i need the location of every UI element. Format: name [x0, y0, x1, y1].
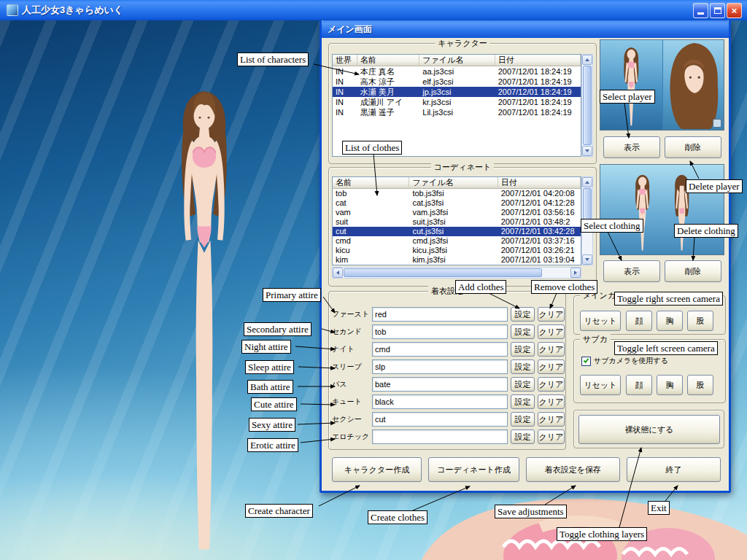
scroll-thumb[interactable] — [344, 268, 542, 277]
exit-button[interactable]: 終了 — [627, 457, 721, 482]
column-header-name[interactable]: 名前 — [333, 177, 409, 189]
character-model — [159, 86, 249, 560]
annotation-toggle-right-camera: Toggle right screen camera — [614, 292, 723, 306]
clear-button[interactable]: クリア — [538, 324, 565, 339]
clear-button[interactable]: クリア — [538, 377, 565, 392]
maximize-button[interactable] — [710, 3, 725, 18]
coordinate-row[interactable]: suit suit.js3fsi 2007/12/01 03:48:2 — [333, 217, 581, 227]
annotation-sleep-attire: Sleep attire — [245, 360, 294, 374]
slot-input-sexy[interactable] — [372, 412, 508, 427]
coordinate-row-selected[interactable]: cut cut.js3fsi 2007/12/01 03:42:28 — [333, 227, 581, 236]
cell-world: IN — [333, 97, 357, 107]
main-camera-face-button[interactable]: 顔 — [626, 311, 652, 331]
cell-date: 2007/12/01 18:24:19 — [495, 107, 581, 117]
cell-date: 2007/12/01 03:42:28 — [498, 227, 581, 236]
character-row-selected[interactable]: IN 水瀬 美月 jp.js3csi 2007/12/01 18:24:19 — [333, 87, 581, 97]
show-player-button[interactable]: 表示 — [603, 136, 660, 158]
slot-input-erotic[interactable] — [372, 429, 508, 444]
column-header-date[interactable]: 日付 — [495, 55, 581, 66]
coordinate-row[interactable]: kim kim.js3fsi 2007/12/01 03:19:04 — [333, 255, 581, 265]
character-row[interactable]: IN 本庄 真名 aa.js3csi 2007/12/01 18:24:19 — [333, 66, 581, 77]
slot-input-night[interactable] — [372, 342, 508, 357]
character-row[interactable]: IN 成瀬川 アイ kr.js3csi 2007/12/01 18:24:19 — [333, 97, 581, 107]
main-camera-reset-button[interactable]: リセット — [580, 311, 621, 331]
set-button[interactable]: 設定 — [511, 394, 535, 409]
column-header-world[interactable]: 世界 — [333, 55, 357, 66]
scroll-up-icon[interactable] — [582, 55, 592, 65]
close-button[interactable]: × — [727, 3, 742, 18]
set-button[interactable]: 設定 — [511, 307, 535, 322]
naked-state-button[interactable]: 裸状態にする — [578, 415, 720, 444]
app-window: 人工少女3きゃらめいく × メイン画面 キャラクター 世界 名前 ファイル名 日… — [0, 0, 747, 560]
coordinate-row[interactable]: cmd cmd.js3fsi 2007/12/01 03:37:16 — [333, 236, 581, 246]
dialog-titlebar[interactable]: メイン画面 — [322, 20, 729, 38]
sub-camera-crotch-button[interactable]: 股 — [687, 375, 713, 395]
create-coordinate-button[interactable]: コーディネート作成 — [428, 457, 519, 482]
scroll-left-icon[interactable] — [333, 268, 343, 278]
dialog-title: メイン画面 — [328, 23, 372, 36]
coordinate-row[interactable]: kicu kicu.js3fsi 2007/12/01 03:26:21 — [333, 246, 581, 255]
annotation-sexy-attire: Sexy attire — [249, 418, 295, 432]
cell-filename: vam.js3fsi — [409, 208, 498, 217]
set-button[interactable]: 設定 — [511, 342, 535, 357]
delete-player-button[interactable]: 削除 — [665, 136, 721, 158]
clear-button[interactable]: クリア — [538, 394, 565, 409]
clear-button[interactable]: クリア — [538, 307, 565, 322]
column-header-filename[interactable]: ファイル名 — [419, 55, 495, 66]
cell-filename: cmd.js3fsi — [409, 236, 498, 246]
clothing-slot-sexy: セクシー 設定 クリア — [332, 412, 565, 427]
main-camera-chest-button[interactable]: 胸 — [657, 311, 683, 331]
annotation-select-player: Select player — [600, 90, 655, 104]
scroll-right-icon[interactable] — [570, 268, 581, 278]
clear-button[interactable]: クリア — [538, 342, 565, 357]
coordinate-row[interactable]: vam vam.js3fsi 2007/12/01 03:56:16 — [333, 208, 581, 217]
annotation-list-of-characters: List of characters — [237, 52, 309, 66]
cell-name: vam — [333, 208, 409, 217]
create-character-button[interactable]: キャラクター作成 — [332, 457, 422, 482]
clear-button[interactable]: クリア — [538, 429, 565, 444]
cell-filename: kicu.js3fsi — [409, 246, 498, 255]
character-list-scrollbar[interactable] — [581, 54, 593, 157]
close-icon: × — [732, 5, 738, 16]
cell-date: 2007/12/01 03:56:16 — [498, 208, 581, 217]
column-header-filename[interactable]: ファイル名 — [409, 177, 498, 189]
cell-name: 高木 涼子 — [357, 77, 420, 87]
column-header-name[interactable]: 名前 — [357, 55, 420, 66]
slot-label: ナイト — [332, 342, 371, 357]
clear-button[interactable]: クリア — [538, 412, 565, 427]
character-row[interactable]: IN 高木 涼子 elf.js3csi 2007/12/01 18:24:19 — [333, 77, 581, 87]
coordinate-row[interactable]: tob tob.js3fsi 2007/12/01 04:20:08 — [333, 189, 581, 198]
clear-button[interactable]: クリア — [538, 359, 565, 374]
coordinate-horizontal-scrollbar[interactable] — [332, 267, 581, 279]
set-button[interactable]: 設定 — [511, 429, 535, 444]
sub-camera-face-button[interactable]: 顔 — [626, 375, 652, 395]
slot-input-first[interactable] — [372, 307, 508, 322]
cell-filename: cat.js3fsi — [409, 198, 498, 208]
set-button[interactable]: 設定 — [511, 324, 535, 339]
slot-input-second[interactable] — [372, 324, 508, 339]
slot-input-bath[interactable] — [372, 377, 508, 392]
sub-camera-chest-button[interactable]: 胸 — [657, 375, 683, 395]
set-button[interactable]: 設定 — [511, 412, 535, 427]
set-button[interactable]: 設定 — [511, 377, 535, 392]
scroll-thumb[interactable] — [583, 66, 592, 145]
set-button[interactable]: 設定 — [511, 359, 535, 374]
column-header-date[interactable]: 日付 — [498, 177, 581, 189]
save-clothing-button[interactable]: 着衣設定を保存 — [526, 457, 620, 482]
subcamera-checkbox[interactable] — [581, 357, 591, 366]
slot-input-sleep[interactable] — [372, 359, 508, 374]
scroll-up-icon[interactable] — [582, 177, 592, 187]
minimize-button[interactable] — [693, 3, 708, 18]
clothing-slot-erotic: エロチック 設定 クリア — [332, 429, 565, 444]
coordinate-row[interactable]: cat cat.js3fsi 2007/12/01 04:12:28 — [333, 198, 581, 208]
scroll-down-icon[interactable] — [582, 254, 592, 265]
main-camera-crotch-button[interactable]: 股 — [687, 311, 713, 331]
sub-camera-reset-button[interactable]: リセット — [580, 375, 621, 395]
show-clothing-button[interactable]: 表示 — [603, 260, 660, 282]
slot-input-cute[interactable] — [372, 394, 508, 409]
scroll-down-icon[interactable] — [582, 146, 592, 156]
character-row[interactable]: IN 黒瀬 遥子 Lil.js3csi 2007/12/01 18:24:19 — [333, 107, 581, 117]
main-dialog: メイン画面 キャラクター 世界 名前 ファイル名 日付 IN 本庄 真名 aa.… — [320, 20, 731, 493]
delete-clothing-button[interactable]: 削除 — [665, 260, 721, 282]
window-titlebar[interactable]: 人工少女3きゃらめいく × — [0, 0, 747, 20]
